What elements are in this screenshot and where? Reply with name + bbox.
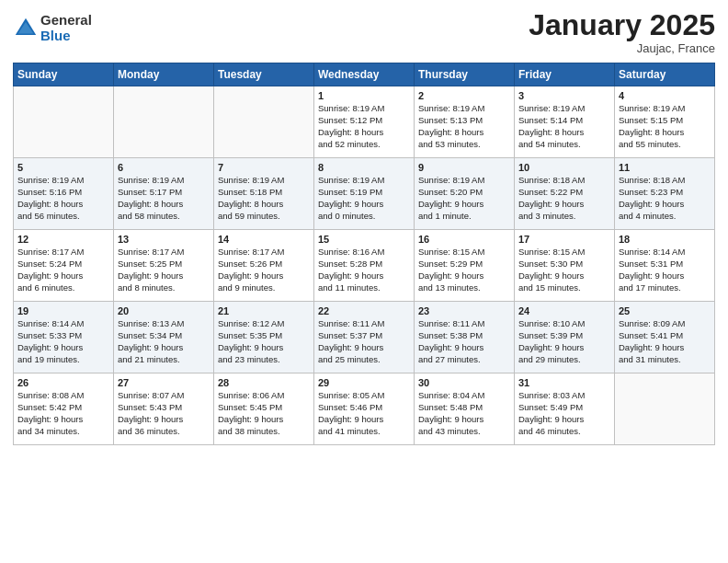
calendar-cell: 6Sunrise: 8:19 AM Sunset: 5:17 PM Daylig…: [114, 158, 214, 230]
day-info: Sunrise: 8:19 AM Sunset: 5:15 PM Dayligh…: [619, 103, 711, 150]
weekday-row: SundayMondayTuesdayWednesdayThursdayFrid…: [14, 63, 715, 86]
day-info: Sunrise: 8:15 AM Sunset: 5:30 PM Dayligh…: [518, 247, 610, 293]
weekday-header-friday: Friday: [515, 63, 615, 86]
calendar-week-3: 12Sunrise: 8:17 AM Sunset: 5:24 PM Dayli…: [14, 230, 715, 302]
day-info: Sunrise: 8:19 AM Sunset: 5:12 PM Dayligh…: [318, 103, 410, 150]
day-number: 23: [418, 305, 510, 316]
calendar-cell: 30Sunrise: 8:04 AM Sunset: 5:48 PM Dayli…: [415, 373, 515, 445]
weekday-header-sunday: Sunday: [14, 63, 114, 86]
day-number: 30: [418, 377, 510, 388]
calendar-cell: 29Sunrise: 8:05 AM Sunset: 5:46 PM Dayli…: [314, 373, 415, 445]
day-number: 27: [118, 377, 210, 388]
calendar-cell: 10Sunrise: 8:18 AM Sunset: 5:22 PM Dayli…: [515, 158, 615, 230]
calendar-cell: 12Sunrise: 8:17 AM Sunset: 5:24 PM Dayli…: [14, 230, 114, 302]
weekday-header-monday: Monday: [114, 63, 214, 86]
day-number: 28: [218, 377, 310, 388]
day-info: Sunrise: 8:19 AM Sunset: 5:17 PM Dayligh…: [118, 175, 210, 222]
calendar-cell: 23Sunrise: 8:11 AM Sunset: 5:38 PM Dayli…: [415, 302, 515, 373]
calendar-cell: 25Sunrise: 8:09 AM Sunset: 5:41 PM Dayli…: [615, 302, 715, 373]
title-block: January 2025 Jaujac, France: [529, 9, 715, 55]
calendar-cell: [14, 86, 114, 158]
logo-text: General Blue: [40, 13, 92, 43]
day-number: 5: [17, 162, 109, 173]
day-info: Sunrise: 8:12 AM Sunset: 5:35 PM Dayligh…: [218, 318, 310, 365]
day-number: 8: [318, 162, 410, 173]
logo: General Blue: [13, 13, 92, 43]
calendar-cell: 27Sunrise: 8:07 AM Sunset: 5:43 PM Dayli…: [114, 373, 214, 445]
calendar-cell: 18Sunrise: 8:14 AM Sunset: 5:31 PM Dayli…: [615, 230, 715, 302]
day-number: 22: [318, 305, 410, 316]
day-info: Sunrise: 8:14 AM Sunset: 5:33 PM Dayligh…: [17, 318, 109, 365]
day-info: Sunrise: 8:05 AM Sunset: 5:46 PM Dayligh…: [318, 390, 410, 437]
day-info: Sunrise: 8:19 AM Sunset: 5:14 PM Dayligh…: [518, 103, 610, 150]
day-number: 13: [118, 234, 210, 245]
day-number: 17: [518, 234, 610, 245]
calendar-body: 1Sunrise: 8:19 AM Sunset: 5:12 PM Daylig…: [14, 86, 715, 445]
calendar-week-5: 26Sunrise: 8:08 AM Sunset: 5:42 PM Dayli…: [14, 373, 715, 445]
day-info: Sunrise: 8:09 AM Sunset: 5:41 PM Dayligh…: [619, 318, 711, 365]
day-number: 3: [518, 90, 610, 101]
calendar-table: SundayMondayTuesdayWednesdayThursdayFrid…: [13, 63, 715, 445]
calendar-cell: 28Sunrise: 8:06 AM Sunset: 5:45 PM Dayli…: [214, 373, 314, 445]
day-number: 7: [218, 162, 310, 173]
calendar-cell: 5Sunrise: 8:19 AM Sunset: 5:16 PM Daylig…: [14, 158, 114, 230]
calendar-cell: 20Sunrise: 8:13 AM Sunset: 5:34 PM Dayli…: [114, 302, 214, 373]
day-number: 19: [17, 305, 109, 316]
calendar-cell: 16Sunrise: 8:15 AM Sunset: 5:29 PM Dayli…: [415, 230, 515, 302]
day-number: 16: [418, 234, 510, 245]
calendar-cell: 21Sunrise: 8:12 AM Sunset: 5:35 PM Dayli…: [214, 302, 314, 373]
calendar-cell: 24Sunrise: 8:10 AM Sunset: 5:39 PM Dayli…: [515, 302, 615, 373]
day-number: 9: [418, 162, 510, 173]
calendar-cell: 7Sunrise: 8:19 AM Sunset: 5:18 PM Daylig…: [214, 158, 314, 230]
day-number: 29: [318, 377, 410, 388]
calendar-cell: 22Sunrise: 8:11 AM Sunset: 5:37 PM Dayli…: [314, 302, 415, 373]
calendar-week-4: 19Sunrise: 8:14 AM Sunset: 5:33 PM Dayli…: [14, 302, 715, 373]
calendar-cell: 13Sunrise: 8:17 AM Sunset: 5:25 PM Dayli…: [114, 230, 214, 302]
day-info: Sunrise: 8:19 AM Sunset: 5:16 PM Dayligh…: [17, 175, 109, 222]
day-info: Sunrise: 8:16 AM Sunset: 5:28 PM Dayligh…: [318, 247, 410, 293]
calendar-cell: [114, 86, 214, 158]
day-info: Sunrise: 8:19 AM Sunset: 5:20 PM Dayligh…: [418, 175, 510, 222]
calendar-cell: 1Sunrise: 8:19 AM Sunset: 5:12 PM Daylig…: [314, 86, 415, 158]
day-number: 10: [518, 162, 610, 173]
calendar-cell: 11Sunrise: 8:18 AM Sunset: 5:23 PM Dayli…: [615, 158, 715, 230]
logo-blue-text: Blue: [40, 29, 92, 44]
day-info: Sunrise: 8:15 AM Sunset: 5:29 PM Dayligh…: [418, 247, 510, 293]
day-info: Sunrise: 8:19 AM Sunset: 5:13 PM Dayligh…: [418, 103, 510, 150]
day-number: 25: [619, 305, 711, 316]
calendar-cell: 2Sunrise: 8:19 AM Sunset: 5:13 PM Daylig…: [415, 86, 515, 158]
page-container: General Blue January 2025 Jaujac, France…: [0, 0, 728, 458]
day-number: 31: [518, 377, 610, 388]
day-info: Sunrise: 8:18 AM Sunset: 5:23 PM Dayligh…: [619, 175, 711, 222]
day-info: Sunrise: 8:17 AM Sunset: 5:25 PM Dayligh…: [118, 247, 210, 293]
day-number: 6: [118, 162, 210, 173]
day-info: Sunrise: 8:19 AM Sunset: 5:19 PM Dayligh…: [318, 175, 410, 222]
day-info: Sunrise: 8:19 AM Sunset: 5:18 PM Dayligh…: [218, 175, 310, 222]
day-number: 26: [17, 377, 109, 388]
weekday-header-wednesday: Wednesday: [314, 63, 415, 86]
day-info: Sunrise: 8:17 AM Sunset: 5:26 PM Dayligh…: [218, 247, 310, 293]
location-text: Jaujac, France: [529, 41, 715, 55]
calendar-week-1: 1Sunrise: 8:19 AM Sunset: 5:12 PM Daylig…: [14, 86, 715, 158]
day-number: 15: [318, 234, 410, 245]
day-info: Sunrise: 8:07 AM Sunset: 5:43 PM Dayligh…: [118, 390, 210, 437]
calendar-cell: 9Sunrise: 8:19 AM Sunset: 5:20 PM Daylig…: [415, 158, 515, 230]
calendar-cell: 15Sunrise: 8:16 AM Sunset: 5:28 PM Dayli…: [314, 230, 415, 302]
day-number: 21: [218, 305, 310, 316]
day-info: Sunrise: 8:11 AM Sunset: 5:37 PM Dayligh…: [318, 318, 410, 365]
day-info: Sunrise: 8:11 AM Sunset: 5:38 PM Dayligh…: [418, 318, 510, 365]
calendar-cell: 31Sunrise: 8:03 AM Sunset: 5:49 PM Dayli…: [515, 373, 615, 445]
page-header: General Blue January 2025 Jaujac, France: [13, 9, 715, 55]
day-info: Sunrise: 8:03 AM Sunset: 5:49 PM Dayligh…: [518, 390, 610, 437]
weekday-header-thursday: Thursday: [415, 63, 515, 86]
day-number: 4: [619, 90, 711, 101]
day-number: 14: [218, 234, 310, 245]
day-number: 24: [518, 305, 610, 316]
calendar-cell: [615, 373, 715, 445]
calendar-cell: 4Sunrise: 8:19 AM Sunset: 5:15 PM Daylig…: [615, 86, 715, 158]
day-info: Sunrise: 8:06 AM Sunset: 5:45 PM Dayligh…: [218, 390, 310, 437]
day-info: Sunrise: 8:04 AM Sunset: 5:48 PM Dayligh…: [418, 390, 510, 437]
calendar-cell: 19Sunrise: 8:14 AM Sunset: 5:33 PM Dayli…: [14, 302, 114, 373]
day-number: 1: [318, 90, 410, 101]
day-info: Sunrise: 8:18 AM Sunset: 5:22 PM Dayligh…: [518, 175, 610, 222]
